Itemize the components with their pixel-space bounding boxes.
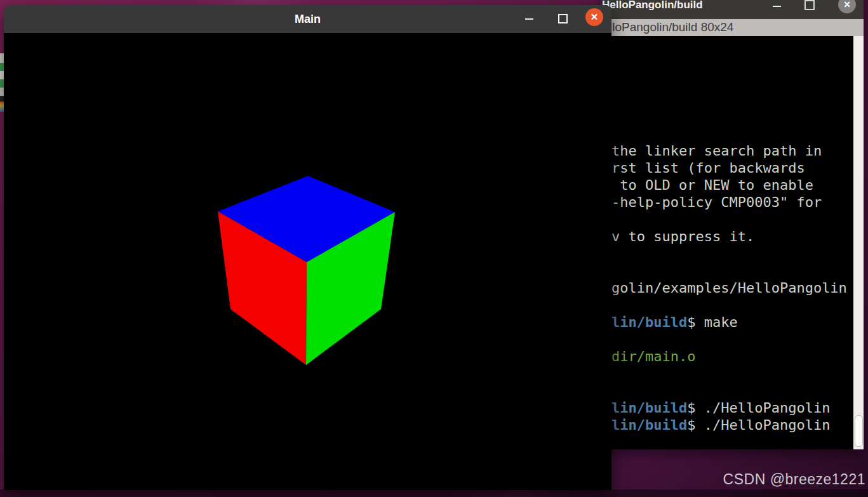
- terminal-lines: the linker search path inrst list (for b…: [611, 39, 853, 449]
- terminal-line: [611, 56, 853, 74]
- terminal-scrollbar-thumb[interactable]: [855, 415, 863, 447]
- terminal-line: [611, 74, 853, 91]
- terminal-line: [611, 211, 853, 228]
- terminal-line: -help-policy CMP0003" for: [611, 194, 853, 211]
- main-close-button[interactable]: ✕: [585, 8, 603, 26]
- terminal-line: the linker search path in: [611, 142, 853, 159]
- terminal-line: [611, 382, 853, 399]
- pangolin-main-window: Main ✕: [4, 5, 611, 490]
- terminal-line: lin/build$ make: [611, 314, 853, 331]
- maximize-icon: [805, 0, 815, 10]
- terminal-line: [611, 39, 853, 56]
- terminal-tabbar: lloPangolin/build 80x24: [602, 19, 864, 37]
- terminal-line: [611, 108, 853, 125]
- terminal-scrollbar[interactable]: [853, 36, 864, 449]
- terminal-close-button[interactable]: ✕: [838, 0, 856, 13]
- main-minimize-button[interactable]: [523, 13, 535, 25]
- minimize-icon: [525, 18, 533, 20]
- terminal-line: dir/main.o: [611, 348, 853, 365]
- terminal-line: [611, 331, 853, 348]
- terminal-line: [611, 91, 853, 108]
- terminal-line: [611, 245, 853, 262]
- terminal-maximize-button[interactable]: [803, 0, 816, 13]
- terminal-window-title: HelloPangolin/build: [602, 0, 703, 11]
- minimize-icon: [773, 6, 781, 7]
- terminal-line: [611, 262, 853, 279]
- desktop-background: CSDN @breeze1221 HelloPangolin/build ✕ l…: [0, 0, 868, 497]
- terminal-titlebar[interactable]: HelloPangolin/build ✕: [602, 0, 864, 19]
- maximize-icon: [558, 14, 568, 23]
- csdn-watermark: CSDN @breeze1221: [723, 471, 865, 488]
- terminal-line: rst list (for backwards: [611, 159, 853, 176]
- cube-canvas: [4, 33, 611, 490]
- terminal-line: v to suppress it.: [611, 228, 853, 245]
- terminal-line: lin/build$ ./HelloPangolin: [611, 416, 853, 434]
- main-window-title: Main: [4, 5, 611, 33]
- terminal-line: [611, 365, 853, 382]
- terminal-line: lin/build$ ./HelloPangolin: [611, 399, 853, 416]
- main-window-viewport[interactable]: [4, 33, 611, 490]
- main-window-titlebar[interactable]: Main ✕: [4, 5, 611, 33]
- terminal-line: [611, 296, 853, 314]
- terminal-line: to OLD or NEW to enable: [611, 176, 853, 194]
- terminal-tab-label[interactable]: lloPangolin/build 80x24: [610, 19, 864, 36]
- terminal-line: golin/examples/HelloPangolin: [611, 279, 853, 296]
- terminal-minimize-button[interactable]: [770, 0, 783, 13]
- main-maximize-button[interactable]: [556, 13, 569, 25]
- terminal-window: HelloPangolin/build ✕ lloPangolin/build …: [602, 0, 864, 449]
- terminal-line: [611, 434, 853, 449]
- terminal-body[interactable]: the linker search path inrst list (for b…: [602, 36, 864, 449]
- terminal-line: [611, 125, 853, 142]
